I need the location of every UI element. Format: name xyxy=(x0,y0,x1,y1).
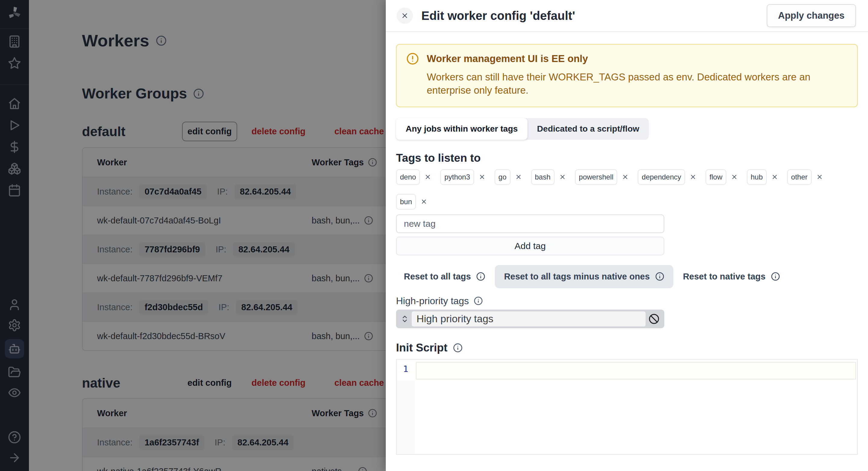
mode-tab-any-jobs[interactable]: Any jobs within worker tags xyxy=(396,118,527,140)
remove-tag-icon[interactable] xyxy=(421,198,427,205)
info-icon[interactable] xyxy=(474,296,483,305)
remove-tag-icon[interactable] xyxy=(559,173,566,180)
tag-item-go: go xyxy=(495,169,522,185)
editor-code-area[interactable] xyxy=(415,360,857,454)
info-icon xyxy=(655,272,664,281)
tag-label: bash xyxy=(531,169,555,185)
reset-button[interactable]: Reset to native tags xyxy=(675,265,788,288)
tag-item-other: other xyxy=(787,169,823,185)
high-priority-tags-select[interactable]: High priority tags xyxy=(396,310,664,328)
tag-item-python3: python3 xyxy=(440,169,485,185)
reset-button[interactable]: Reset to all tags xyxy=(396,265,493,288)
tag-item-bun: bun xyxy=(396,194,427,210)
editor-line-number: 1 xyxy=(397,360,415,381)
drawer-header: Edit worker config 'default' Apply chang… xyxy=(386,0,868,32)
mode-tab-dedicated[interactable]: Dedicated to a script/flow xyxy=(527,118,649,140)
high-priority-tags-label: High-priority tags xyxy=(396,296,858,307)
high-priority-tags-field[interactable]: High priority tags xyxy=(412,311,646,327)
info-icon xyxy=(771,272,780,281)
chevrons-up-down-icon xyxy=(398,315,412,323)
tag-item-flow: flow xyxy=(706,169,738,185)
init-script-title: Init Script xyxy=(396,341,858,354)
warning-body: Workers can still have their WORKER_TAGS… xyxy=(427,70,847,97)
close-drawer-button[interactable] xyxy=(397,7,413,24)
tags-list: denopython3gobashpowershelldependencyflo… xyxy=(396,169,858,210)
tag-label: flow xyxy=(706,169,726,185)
apply-changes-button[interactable]: Apply changes xyxy=(767,4,856,27)
drawer-title: Edit worker config 'default' xyxy=(421,9,575,23)
disabled-clear-icon[interactable] xyxy=(646,313,662,324)
info-icon[interactable] xyxy=(453,343,463,352)
tags-to-listen-title: Tags to listen to xyxy=(396,152,858,164)
init-script-editor[interactable]: 1 xyxy=(396,359,858,455)
high-priority-tags-placeholder: High priority tags xyxy=(416,313,493,325)
editor-active-line xyxy=(416,362,856,379)
info-icon xyxy=(476,272,485,281)
remove-tag-icon[interactable] xyxy=(689,173,696,180)
tag-item-deno: deno xyxy=(396,169,431,185)
editor-gutter: 1 xyxy=(397,360,415,454)
app-root: Workers Worker Groups defaultedit config… xyxy=(0,0,868,471)
drawer-body: Worker management UI is EE only Workers … xyxy=(386,32,868,455)
init-script-title-text: Init Script xyxy=(396,341,447,354)
tag-label: powershell xyxy=(575,169,618,185)
tag-item-hub: hub xyxy=(747,169,778,185)
tag-item-bash: bash xyxy=(531,169,566,185)
tag-label: hub xyxy=(747,169,767,185)
warning-title: Worker management UI is EE only xyxy=(427,53,588,64)
remove-tag-icon[interactable] xyxy=(731,173,738,180)
new-tag-input[interactable] xyxy=(396,214,664,233)
tag-label: other xyxy=(787,169,812,185)
remove-tag-icon[interactable] xyxy=(622,173,629,180)
worker-mode-tabs: Any jobs within worker tagsDedicated to … xyxy=(396,118,649,140)
high-priority-tags-label-text: High-priority tags xyxy=(396,296,469,307)
remove-tag-icon[interactable] xyxy=(478,173,486,180)
ee-only-warning: Worker management UI is EE only Workers … xyxy=(396,44,858,107)
reset-button[interactable]: Reset to all tags minus native ones xyxy=(495,265,673,288)
remove-tag-icon[interactable] xyxy=(424,173,431,180)
tag-item-powershell: powershell xyxy=(575,169,629,185)
remove-tag-icon[interactable] xyxy=(771,173,778,180)
add-tag-button[interactable]: Add tag xyxy=(396,237,664,256)
tag-label: go xyxy=(495,169,510,185)
remove-tag-icon[interactable] xyxy=(816,173,823,180)
tag-label: dependency xyxy=(638,169,685,185)
remove-tag-icon[interactable] xyxy=(515,173,522,180)
tag-label: bun xyxy=(396,194,416,210)
tag-item-dependency: dependency xyxy=(638,169,696,185)
reset-buttons-row: Reset to all tagsReset to all tags minus… xyxy=(396,265,858,288)
tag-label: deno xyxy=(396,169,420,185)
alert-circle-icon xyxy=(406,53,419,65)
edit-worker-config-drawer: Edit worker config 'default' Apply chang… xyxy=(386,0,868,471)
tag-label: python3 xyxy=(440,169,474,185)
close-icon xyxy=(401,12,409,20)
